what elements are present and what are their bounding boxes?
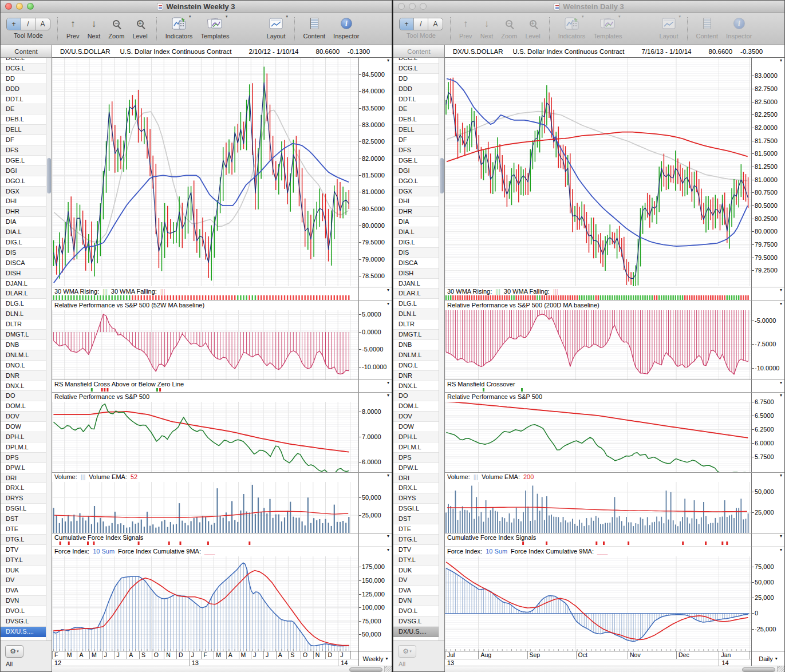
indicators-button[interactable]: ▾ Indicators [165, 16, 193, 39]
content-button[interactable]: Content [696, 16, 719, 39]
window-titlebar[interactable]: Weinstein Daily 3 [393, 1, 784, 13]
panel-menu-arrow[interactable]: ▾ [387, 393, 389, 398]
sidebar-item-duk[interactable]: DUK [393, 566, 439, 576]
main-plot[interactable] [445, 58, 752, 286]
sidebar-item-dte[interactable]: DTE [1, 524, 46, 535]
panel-menu-arrow[interactable]: ▾ [387, 473, 389, 478]
sidebar-item-df[interactable]: DF [393, 135, 439, 145]
sidebar-scrollbar[interactable] [439, 58, 444, 641]
sidebar-item-dia[interactable]: DIA [1, 217, 46, 227]
force-plot[interactable] [52, 556, 360, 651]
panel-menu-arrow[interactable]: ▾ [780, 473, 782, 478]
indicators-button[interactable]: ▾ Indicators [558, 16, 586, 39]
sidebar-item-dow[interactable]: DOW [393, 422, 439, 432]
next-button[interactable]: ↓ Next [480, 16, 494, 39]
sidebar-item-dig-l[interactable]: DIG.L [1, 238, 46, 248]
sidebar-item-dpw-l[interactable]: DPW.L [393, 463, 439, 473]
timeframe-selector[interactable]: Daily▾ [751, 651, 784, 666]
sidebar-item-dps[interactable]: DPS [1, 453, 46, 463]
sidebar-item-dvn[interactable]: DVN [1, 596, 46, 606]
sidebar-item-dgi[interactable]: DGI [1, 166, 46, 176]
sidebar-item-dish[interactable]: DISH [393, 268, 439, 279]
hist-plot[interactable] [52, 310, 360, 380]
text-tool-button[interactable]: A [35, 18, 50, 30]
crosshair-tool-button[interactable]: + [7, 18, 21, 30]
horizontal-scrollbar[interactable] [52, 666, 392, 672]
sidebar-item-dig-l[interactable]: DIG.L [393, 238, 439, 248]
horizontal-scrollbar[interactable] [445, 666, 784, 672]
panel-menu-arrow[interactable]: ▾ [780, 534, 782, 539]
sidebar-item-dom-l[interactable]: DOM.L [1, 401, 46, 412]
sidebar-item-dov[interactable]: DOV [1, 412, 46, 422]
prev-button[interactable]: ↑ Prev [66, 16, 80, 39]
sidebar-item-dva[interactable]: DVA [1, 586, 46, 596]
sidebar-item-dln-l[interactable]: DLN.L [1, 309, 46, 319]
sidebar-item-dph-l[interactable]: DPH.L [393, 432, 439, 442]
sidebar-item-dsgi-l[interactable]: DSGI.L [1, 504, 46, 514]
sidebar-item-dte[interactable]: DTE [393, 524, 439, 535]
layout-button[interactable]: ▾ Layout [660, 16, 679, 39]
tool-mode-segmented-control[interactable]: + / A [6, 18, 50, 30]
next-button[interactable]: ↓ Next [88, 16, 101, 39]
sidebar-item-dlg-l[interactable]: DLG.L [1, 299, 46, 309]
sidebar-item-dplm-l[interactable]: DPLM.L [393, 442, 439, 453]
hist-plot[interactable] [445, 310, 752, 380]
sidebar-item-ddt-l[interactable]: DDT.L [393, 94, 439, 105]
panel-menu-arrow[interactable]: ▾ [780, 393, 782, 398]
sidebar-item-dell[interactable]: DELL [1, 125, 46, 135]
sidebar-item-dis[interactable]: DIS [1, 248, 46, 258]
timeframe-selector[interactable]: Weekly▾ [358, 651, 392, 666]
sidebar-item-dvo-l[interactable]: DVO.L [393, 606, 439, 616]
force-plot[interactable] [445, 556, 752, 651]
sidebar-item-dplm-l[interactable]: DPLM.L [1, 442, 46, 453]
sidebar-item-dva[interactable]: DVA [393, 586, 439, 596]
sidebar-item-dtg-l[interactable]: DTG.L [393, 535, 439, 545]
sidebar-item-dst[interactable]: DST [393, 514, 439, 524]
sidebar-item-dlar-l[interactable]: DLAR.L [1, 288, 46, 299]
lines-plot[interactable] [445, 402, 752, 472]
panel-menu-arrow[interactable]: ▾ [780, 302, 782, 306]
strip-plot[interactable] [52, 295, 360, 301]
panel-menu-arrow[interactable]: ▾ [780, 58, 782, 63]
templates-button[interactable]: ▾ Templates [593, 16, 622, 39]
sidebar-item-dln-l[interactable]: DLN.L [393, 309, 439, 319]
sidebar-item-drx-l[interactable]: DRX.L [1, 483, 46, 493]
sidebar-item-dnlm-l[interactable]: DNLM.L [1, 350, 46, 361]
sidebar-item-dow[interactable]: DOW [1, 422, 46, 432]
sidebar-item-dcc-l[interactable]: DCC.L [393, 58, 439, 64]
sidebar-item-dlar-l[interactable]: DLAR.L [393, 288, 439, 299]
sidebar-item-dlg-l[interactable]: DLG.L [393, 299, 439, 309]
panel-menu-arrow[interactable]: ▾ [780, 548, 782, 552]
sidebar-item-dltr[interactable]: DLTR [393, 319, 439, 330]
zoom-level-button[interactable]: + Level [525, 16, 540, 39]
zoom-out-button[interactable]: − Zoom [501, 16, 517, 39]
sidebar-item-dgo-l[interactable]: DGO.L [1, 176, 46, 187]
marks-plot[interactable] [52, 541, 360, 547]
sidebar-item-dri[interactable]: DRI [1, 473, 46, 484]
sidebar-item-dov[interactable]: DOV [393, 412, 439, 422]
sidebar-item-dnlm-l[interactable]: DNLM.L [393, 350, 439, 361]
sidebar-item-dtv[interactable]: DTV [393, 545, 439, 555]
inspector-button[interactable]: i Inspector [333, 16, 359, 39]
scrollbar-thumb[interactable] [47, 158, 51, 193]
gear-menu-button[interactable]: ⚙▾ [5, 645, 23, 658]
sidebar-item-duk[interactable]: DUK [1, 566, 46, 576]
sidebar-item-dnr[interactable]: DNR [393, 371, 439, 381]
sidebar-item-dps[interactable]: DPS [393, 453, 439, 463]
sidebar-item-dd[interactable]: DD [393, 74, 439, 84]
sidebar-header[interactable]: Content [393, 45, 444, 58]
sidebar-item-dst[interactable]: DST [1, 514, 46, 524]
panel-menu-arrow[interactable]: ▾ [780, 381, 782, 385]
panel-menu-arrow[interactable]: ▾ [387, 534, 389, 539]
sidebar-item-dnx-l[interactable]: DNX.L [1, 381, 46, 392]
content-button[interactable]: Content [303, 16, 326, 39]
panel-menu-arrow[interactable]: ▾ [387, 548, 389, 552]
zoom-window-button[interactable] [420, 3, 427, 10]
text-tool-button[interactable]: A [428, 18, 443, 30]
sidebar-item-deb-l[interactable]: DEB.L [1, 114, 46, 125]
sidebar-item-do[interactable]: DO [1, 391, 46, 401]
volume-plot[interactable] [52, 482, 360, 533]
sidebar-item-dhi[interactable]: DHI [393, 196, 439, 207]
sidebar-item-dcg-l[interactable]: DCG.L [393, 64, 439, 74]
sidebar-item-dge-l[interactable]: DGE.L [393, 156, 439, 166]
